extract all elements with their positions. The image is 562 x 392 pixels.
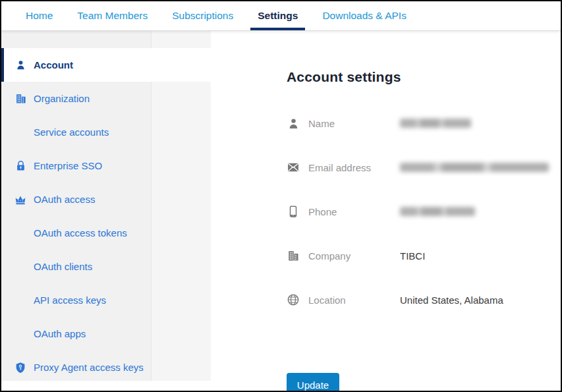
top-nav: Home Team Members Subscriptions Settings… [1,1,561,31]
field-label-location: Location [308,294,346,306]
sidebar-item-label: Enterprise SSO [34,160,102,171]
app-window: Home Team Members Subscriptions Settings… [0,0,562,392]
sidebar-item-label: Organization [34,93,90,104]
sidebar-item-oauth-access-tokens[interactable]: OAuth access tokens [1,216,211,250]
sidebar-item-label: Proxy Agent access keys [34,362,144,373]
spacer [14,328,26,340]
redacted-email-value [400,163,549,172]
sidebar-item-oauth-access[interactable]: OAuth access [1,182,211,216]
envelope-icon [287,161,300,174]
crown-icon [14,194,26,206]
person-icon [287,117,300,130]
sidebar-item-oauth-clients[interactable]: OAuth clients [1,250,211,283]
page-title: Account settings [287,69,561,85]
person-icon [14,59,26,71]
sidebar-item-label: OAuth access [34,194,95,205]
update-button[interactable]: Update [287,373,339,392]
spacer [14,261,26,273]
company-value: TIBCI [400,250,425,262]
nav-tab-subscriptions[interactable]: Subscriptions [170,1,235,30]
sidebar-item-label: OAuth access tokens [34,227,127,238]
sidebar-menu: Account Organization Service accounts [1,31,211,384]
redacted-phone-value [400,207,475,216]
spacer [14,294,26,306]
shield-key-icon [14,362,26,374]
sidebar-item-oauth-apps[interactable]: OAuth apps [1,317,211,350]
sidebar-item-proxy-agent-access-keys[interactable]: Proxy Agent access keys [1,350,211,384]
spacer [14,126,26,138]
redacted-name-value [400,119,471,128]
content-area: Account Organization Service accounts [1,31,561,391]
sidebar-item-service-accounts[interactable]: Service accounts [1,115,211,149]
field-label-name: Name [308,118,335,129]
nav-tab-home[interactable]: Home [24,1,55,30]
sidebar-item-label: API access keys [34,294,106,306]
sidebar-item-api-access-keys[interactable]: API access keys [1,283,211,317]
building-icon [14,93,26,105]
sidebar-item-account[interactable]: Account [1,48,211,82]
field-label-company: Company [308,250,351,262]
location-value: United States, Alabama [400,294,503,306]
field-label-phone: Phone [308,206,337,217]
phone-icon [287,205,300,218]
field-row-name: Name [287,115,561,131]
sidebar-item-enterprise-sso[interactable]: Enterprise SSO [1,149,211,182]
field-row-company: Company TIBCI [287,248,561,264]
lock-icon [14,160,26,172]
spacer [14,227,26,239]
sidebar-item-organization[interactable]: Organization [1,82,211,115]
globe-icon [287,293,300,306]
sidebar-item-label: OAuth clients [34,261,92,272]
field-row-location: Location United States, Alabama [287,292,561,308]
sidebar-item-label: OAuth apps [34,328,86,339]
nav-tab-downloads-apis[interactable]: Downloads & APIs [320,1,408,30]
field-label-email: Email address [308,162,371,173]
building-icon [287,249,300,262]
nav-tab-settings[interactable]: Settings [256,1,300,30]
field-row-email: Email address [287,159,561,175]
settings-sidebar: Account Organization Service accounts [1,31,211,391]
sidebar-item-label: Account [34,59,73,70]
nav-tab-team-members[interactable]: Team Members [75,1,150,30]
field-row-phone: Phone [287,204,561,219]
account-settings-panel: Account settings Name Email address [211,31,561,391]
sidebar-item-label: Service accounts [34,126,109,138]
